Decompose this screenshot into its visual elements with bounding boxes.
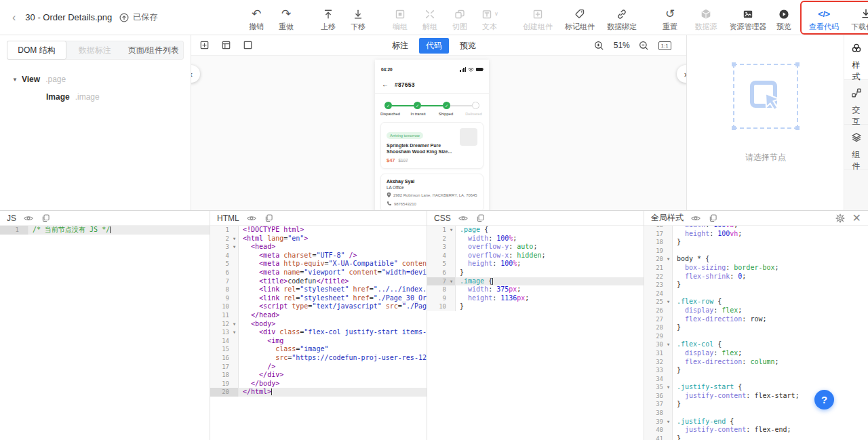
copy-icon[interactable]	[264, 213, 274, 223]
file-info: ‹ 30 - Order Details.png 已保存	[0, 12, 241, 24]
visibility-icon[interactable]	[458, 213, 469, 224]
view-tab-1[interactable]: 代码	[419, 38, 449, 54]
undo-button[interactable]: ↶撤销	[241, 3, 271, 32]
code-line: 30▼.flex-col {	[644, 340, 868, 349]
back-button[interactable]: ‹	[9, 12, 18, 24]
data-binding-button[interactable]: 数据绑定	[601, 3, 643, 32]
fold-arrow-icon[interactable]: ▼	[231, 243, 238, 252]
copy-icon[interactable]	[475, 213, 486, 223]
mark-component-button[interactable]: 标记组件	[559, 3, 601, 32]
help-button[interactable]: ?	[814, 390, 834, 409]
code-text: }	[673, 435, 868, 440]
copy-icon[interactable]	[41, 213, 51, 223]
right-tab-label-char: 样	[852, 60, 861, 71]
resource-manager-button[interactable]: 资源管理器	[727, 3, 769, 32]
code-line: 11 </head>	[210, 311, 427, 320]
view-tab-2[interactable]: 预览	[453, 38, 483, 54]
left-panel: DOM 结构数据标注页面/组件列表 ▼View.pageImage.image	[0, 35, 191, 210]
code-text: overflow-x: hidden;	[456, 252, 644, 260]
zoom-out-icon[interactable]	[638, 39, 650, 52]
css-panel-header: CSS	[427, 211, 644, 226]
right-tab-component[interactable]: 组件	[844, 125, 868, 169]
code-line: 21 box-sizing: border-box;	[644, 264, 868, 273]
code-text: overflow-y: auto;	[456, 243, 644, 252]
line-number: 5	[427, 260, 448, 268]
fold-arrow-icon[interactable]: ▼	[448, 226, 455, 235]
left-tab-1[interactable]: 数据标注	[66, 41, 124, 59]
html-panel-body[interactable]: 1<!DOCTYPE html>2▼<html lang="en">3▼ <he…	[210, 226, 427, 440]
fold-arrow-icon[interactable]: ▼	[665, 383, 672, 392]
right-tab-interaction[interactable]: 交互	[844, 80, 868, 125]
line-gutter: 9	[210, 294, 239, 303]
line-gutter: 12▼	[210, 320, 239, 329]
right-tab-label-char: 组	[852, 149, 861, 160]
code-text: <div class="flex-col justify-start items…	[239, 328, 427, 337]
fold-arrow-icon[interactable]: ▼	[665, 418, 672, 426]
undo-icon: ↶	[252, 7, 261, 20]
line-number: 18	[210, 371, 231, 380]
next-page-button[interactable]: ›	[677, 65, 686, 83]
code-panels: JS1/* 当前节点没有 JS */HTML1<!DOCTYPE html>2▼…	[0, 210, 868, 440]
view-tab-0[interactable]: 标注	[385, 38, 415, 54]
move-down-button[interactable]: 下移	[343, 3, 373, 32]
fold-arrow-icon[interactable]: ▼	[231, 235, 238, 243]
actual-size-button[interactable]: 1:1	[658, 41, 671, 50]
layout-icon[interactable]	[220, 39, 232, 52]
left-tab-0[interactable]: DOM 结构	[7, 41, 66, 60]
code-text: <meta name="viewport" content="width=dev…	[239, 268, 427, 277]
right-tab-label-char: 交	[852, 104, 861, 115]
line-gutter: 1▼	[427, 226, 456, 235]
line-number: 13	[210, 328, 231, 337]
code-line: 4 overflow-x: hidden;	[427, 252, 644, 260]
fit-canvas-icon[interactable]	[198, 39, 210, 52]
code-line: 10}	[427, 302, 644, 311]
prev-page-button[interactable]: ‹	[191, 65, 200, 83]
line-number: 23	[644, 281, 665, 289]
reset-button[interactable]: ↺重置	[655, 3, 685, 32]
line-number: 5	[210, 260, 231, 268]
frame-icon[interactable]	[241, 39, 254, 52]
css-panel-body[interactable]: 1▼.page {2 width: 100%;3 overflow-y: aut…	[427, 226, 644, 440]
global-style-panel-body[interactable]: 16 width: 100vw;17 height: 100vh;18}1920…	[644, 226, 868, 440]
fold-arrow-icon[interactable]: ▼	[665, 298, 672, 306]
close-icon[interactable]: ✕	[852, 213, 861, 224]
canvas[interactable]: 标注代码预览 51% 1:1 ‹ › 04:20	[191, 35, 686, 210]
visibility-icon[interactable]	[246, 213, 257, 224]
preview-button[interactable]: 预览	[769, 3, 799, 32]
tree-row-image[interactable]: Image.image	[12, 88, 191, 106]
line-gutter: 4	[427, 252, 456, 260]
line-gutter: 5	[427, 260, 456, 268]
step-label: Shipped	[432, 112, 460, 116]
reset-button-label: 重置	[663, 22, 677, 32]
left-tab-2[interactable]: 页面/组件列表	[124, 41, 183, 59]
code-settings-icon[interactable]	[835, 213, 846, 224]
visibility-icon[interactable]	[690, 213, 701, 224]
copy-icon[interactable]	[708, 213, 718, 223]
line-gutter: 20	[210, 388, 239, 397]
line-number: 24	[644, 289, 665, 298]
fold-arrow-icon[interactable]: ▼	[448, 277, 455, 286]
view-code-button[interactable]: </>查看代码	[803, 3, 845, 32]
line-gutter: 34	[644, 375, 673, 384]
move-up-button[interactable]: 上移	[313, 3, 343, 32]
text-icon: ∨	[481, 7, 498, 20]
right-tab-label-char: 互	[852, 116, 861, 127]
fold-arrow-icon[interactable]: ▼	[231, 328, 238, 337]
recipient-phone: 9876543210	[394, 202, 416, 206]
design-preview[interactable]: 04:20 ← #87653 ✓✓✓ DispatchedIn transitS…	[375, 60, 489, 210]
redo-button[interactable]: ↷重做	[271, 3, 301, 32]
right-tab-style[interactable]: 样式	[844, 35, 868, 80]
step-label: Delivered	[460, 112, 488, 116]
visibility-icon[interactable]	[23, 213, 34, 224]
js-panel-body[interactable]: 1/* 当前节点没有 JS */	[0, 226, 210, 440]
fold-arrow-icon[interactable]: ▼	[665, 340, 672, 349]
download-code-button[interactable]: 下载代码	[845, 3, 868, 32]
fold-arrow-icon[interactable]: ▼	[231, 320, 238, 329]
tree-row-view[interactable]: ▼View.page	[12, 71, 191, 88]
code-text: display: flex;	[673, 349, 868, 358]
code-line: 18}	[644, 238, 868, 247]
fold-arrow-icon[interactable]: ▼	[665, 255, 672, 264]
zoom-in-icon[interactable]	[593, 39, 606, 52]
product-card: Arriving tomorrow Springtek Dreamer Pure…	[380, 122, 484, 169]
line-gutter: 5	[210, 260, 239, 268]
